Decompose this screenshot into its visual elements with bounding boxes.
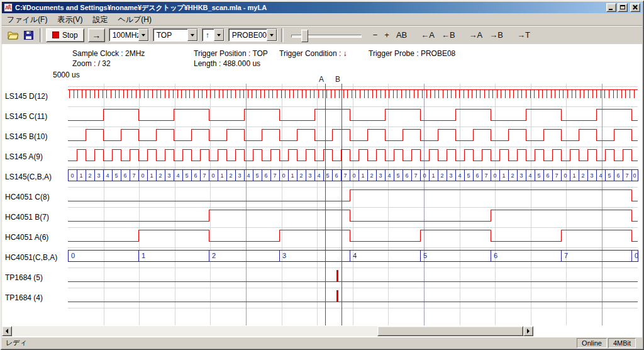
save-button[interactable] <box>21 28 36 42</box>
clock-value: 100MHz <box>109 29 138 41</box>
trigger-position-select[interactable]: TOP <box>153 28 198 42</box>
stop-icon <box>52 31 59 38</box>
zoom-slider[interactable] <box>291 28 362 42</box>
toolbar-separator <box>40 28 42 42</box>
length-text: Length : 488.000 us <box>194 59 260 68</box>
scroll-right-button[interactable] <box>523 326 533 336</box>
status-text: レディ <box>2 338 27 347</box>
clock-select[interactable]: 100MHz <box>109 28 149 42</box>
next-b-button[interactable]: →B <box>487 30 506 40</box>
prev-b-button[interactable]: ←B <box>439 30 458 40</box>
maximize-icon <box>620 5 625 9</box>
trigger-condition-text: Trigger Condition : ↓ <box>279 49 347 58</box>
zoom-text: Zoom : / 32 <box>72 59 111 68</box>
chevron-down-icon[interactable] <box>214 29 224 41</box>
arrow-left-icon <box>6 329 8 334</box>
maximize-button[interactable] <box>618 3 628 12</box>
folder-open-icon <box>8 31 19 40</box>
stop-button[interactable]: Stop <box>46 28 84 42</box>
run-button[interactable]: → <box>88 28 105 42</box>
trigger-edge-value: ↑ <box>203 29 214 41</box>
close-icon <box>631 4 640 11</box>
next-a-button[interactable]: →A <box>467 30 486 40</box>
goto-trigger-button[interactable]: →T <box>514 30 533 40</box>
waveform-panel <box>2 44 642 337</box>
zoom-out-button[interactable]: − <box>370 30 380 40</box>
menu-file[interactable]: ファイル(F) <box>2 13 52 26</box>
window-title: C:¥Documents and Settings¥noname¥デスクトップ¥… <box>15 3 605 13</box>
statusbar: レディ Online 4MBit <box>2 337 642 348</box>
window-controls <box>605 3 640 12</box>
minimize-button[interactable] <box>606 3 616 12</box>
horizontal-scrollbar[interactable] <box>2 326 533 336</box>
close-button[interactable] <box>630 3 640 12</box>
sample-clock-text: Sample Clock : 2MHz <box>72 49 145 58</box>
trigger-probe-text: Trigger Probe : PROBE08 <box>369 49 455 58</box>
scrollbar-thumb[interactable] <box>377 326 523 336</box>
time-scale-label: 5000 us <box>53 71 80 79</box>
toolbar-separator <box>281 28 284 42</box>
slider-thumb[interactable] <box>301 30 308 42</box>
chevron-down-icon[interactable] <box>187 29 197 41</box>
probe-value: PROBE00 <box>229 29 267 41</box>
trigger-position-text: Trigger Position : TOP <box>194 49 268 58</box>
zoom-in-button[interactable]: + <box>382 30 392 40</box>
stop-label: Stop <box>62 31 78 40</box>
app-icon <box>4 3 13 12</box>
menu-settings[interactable]: 設定 <box>87 13 113 26</box>
scrollbar-track[interactable] <box>12 326 523 336</box>
status-online-badge: Online <box>577 338 607 348</box>
titlebar[interactable]: C:¥Documents and Settings¥noname¥デスクトップ¥… <box>2 2 642 13</box>
open-button[interactable] <box>6 28 21 42</box>
arrow-right-icon <box>527 329 530 334</box>
trigger-edge-select[interactable]: ↑ <box>202 28 225 42</box>
menu-view[interactable]: 表示(V) <box>52 13 87 26</box>
chevron-down-icon[interactable] <box>267 29 277 41</box>
status-memory-badge: 4MBit <box>608 338 636 348</box>
floppy-disk-icon <box>24 31 33 40</box>
chevron-down-icon[interactable] <box>138 29 148 41</box>
toolbar: Stop → 100MHz TOP ↑ PROBE00 − + AB ←A ←B… <box>2 25 642 44</box>
app-window: C:¥Documents and Settings¥noname¥デスクトップ¥… <box>0 0 644 350</box>
minimize-icon <box>609 9 613 10</box>
cursor-ab-button[interactable]: AB <box>394 30 409 40</box>
prev-a-button[interactable]: ←A <box>418 30 437 40</box>
menubar: ファイル(F) 表示(V) 設定 ヘルプ(H) <box>2 14 642 25</box>
trigger-position-value: TOP <box>153 29 187 41</box>
probe-select[interactable]: PROBE00 <box>228 28 277 42</box>
menu-help[interactable]: ヘルプ(H) <box>113 13 157 26</box>
scroll-left-button[interactable] <box>2 326 12 336</box>
